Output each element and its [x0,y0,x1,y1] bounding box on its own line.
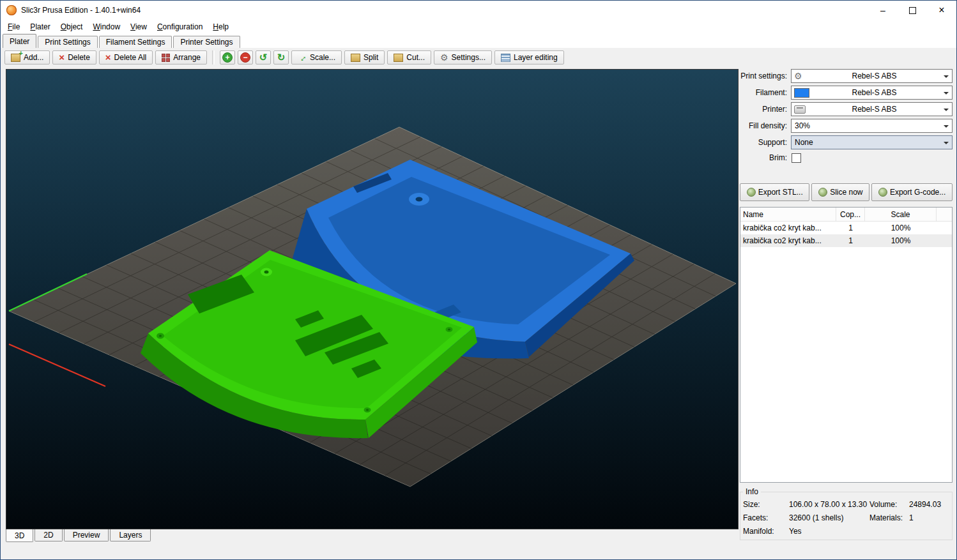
model-green-post-hole [448,329,450,331]
tab-layers[interactable]: Layers [110,529,151,541]
volume-label: Volume: [869,500,909,509]
size-value: 106.00 x 78.00 x 13.30 [789,500,869,509]
app-icon [6,5,17,15]
printer-combo[interactable]: Rebel-S ABS [791,102,953,116]
export-stl-label: Export STL... [758,188,803,197]
info-panel: Info Size: 106.00 x 78.00 x 13.30 Volume… [740,492,953,540]
brim-checkbox[interactable] [792,153,801,163]
close-button[interactable]: × [927,1,956,20]
window-title: Slic3r Prusa Edition - 1.40.1+win64 [21,6,141,15]
model-green-post-hole [264,271,269,274]
menu-bar: File Plater Object Window View Configura… [1,20,956,34]
tab-printer-settings[interactable]: Printer Settings [173,36,240,48]
tab-print-settings[interactable]: Print Settings [38,36,97,48]
minimize-button[interactable]: – [868,1,898,20]
layer-editing-button-label: Layer editing [514,53,558,62]
add-button[interactable]: + Add... [4,50,50,64]
column-header-copies[interactable]: Cop... [836,208,865,221]
info-panel-title: Info [743,487,761,496]
rotate-cw-icon: ↻ [277,53,286,62]
delete-button[interactable]: × Delete [52,50,96,64]
manifold-label: Manifold: [743,527,789,536]
plater-toolbar: + Add... × Delete × Delete All Arrange +… [1,48,956,67]
menu-view[interactable]: View [125,21,152,33]
column-header-name[interactable]: Name [740,208,836,221]
printer-icon [794,105,806,114]
support-label: Support: [740,138,791,147]
split-icon [351,54,360,62]
tab-3d[interactable]: 3D [6,529,33,542]
object-list-header: Name Cop... Scale [740,208,952,222]
rotate-ccw-button[interactable]: ↺ [256,50,271,64]
filament-combo[interactable]: Rebel-S ABS [791,86,953,100]
chevron-down-icon [944,142,949,147]
facets-value: 32600 (1 shells) [789,513,869,522]
export-stl-icon [747,188,756,197]
export-gcode-icon [878,188,887,197]
print-settings-combo[interactable]: ⚙ Rebel-S ABS [791,69,953,83]
object-copies: 1 [836,223,865,232]
decrease-copies-button[interactable]: − [238,50,253,64]
materials-label: Materials: [869,513,909,522]
menu-help[interactable]: Help [208,21,234,33]
delete-all-button[interactable]: × Delete All [99,50,153,64]
menu-plater[interactable]: Plater [25,21,55,33]
fill-density-label: Fill density: [740,121,791,130]
fill-density-value: 30% [795,121,940,130]
tab-plater[interactable]: Plater [3,34,36,48]
slice-now-button[interactable]: Slice now [811,183,869,201]
arrange-icon [162,54,170,62]
fill-density-combo[interactable]: 30% [791,119,953,133]
export-stl-button[interactable]: Export STL... [740,183,809,201]
chevron-down-icon [944,75,949,80]
chevron-down-icon [944,125,949,130]
scale-button-label: Scale... [310,53,335,62]
tab-2d[interactable]: 2D [34,529,62,541]
window-controls: – × [868,1,956,20]
gear-icon: ⚙ [794,72,802,80]
export-gcode-button[interactable]: Export G-code... [871,183,953,201]
minimize-icon: – [880,7,885,13]
support-combo[interactable]: None [791,135,953,149]
table-row[interactable]: krabička co2 kryt kab... 1 100% [740,222,952,234]
layer-editing-button[interactable]: Layer editing [494,50,564,64]
printer-label: Printer: [740,105,791,114]
table-row[interactable]: krabička co2 kryt kab... 1 100% [740,234,952,247]
maximize-button[interactable] [898,1,927,20]
maximize-icon [909,7,916,14]
export-gcode-label: Export G-code... [890,188,946,197]
model-green-post-hole [159,335,162,337]
tab-filament-settings[interactable]: Filament Settings [99,36,172,48]
delete-all-icon: × [105,54,111,61]
menu-configuration[interactable]: Configuration [152,21,208,33]
menu-file[interactable]: File [3,21,25,33]
split-button[interactable]: Split [344,50,385,64]
menu-window[interactable]: Window [88,21,125,33]
object-list[interactable]: Name Cop... Scale krabička co2 kryt kab.… [740,207,953,483]
main-tab-bar: Plater Print Settings Filament Settings … [1,34,956,48]
scale-button[interactable]: ↔ Scale... [291,50,342,64]
increase-copies-button[interactable]: + [220,50,235,64]
column-header-scale[interactable]: Scale [865,208,937,221]
object-scale: 100% [865,236,937,245]
rotate-ccw-icon: ↺ [259,53,268,62]
chevron-down-icon [944,92,949,97]
manifold-value: Yes [789,527,869,536]
arrange-button-label: Arrange [173,53,201,62]
object-scale: 100% [865,223,937,232]
tab-preview[interactable]: Preview [64,529,109,541]
export-actions: Export STL... Slice now Export G-code... [740,183,953,201]
slice-now-label: Slice now [830,188,862,197]
minus-circle-icon: − [240,52,250,63]
menu-object[interactable]: Object [56,21,88,33]
layer-editing-icon [501,54,510,62]
plus-circle-icon: + [222,52,233,63]
3d-viewport[interactable] [6,69,739,529]
cut-button[interactable]: Cut... [387,50,431,64]
gear-icon: ⚙ [440,53,448,62]
arrange-button[interactable]: Arrange [155,50,207,64]
slice-now-icon [818,188,827,197]
settings-button[interactable]: ⚙ Settings... [434,50,492,64]
rotate-cw-button[interactable]: ↻ [273,50,289,64]
application-window: { "window": { "title": "Slic3r Prusa Edi… [0,0,957,560]
